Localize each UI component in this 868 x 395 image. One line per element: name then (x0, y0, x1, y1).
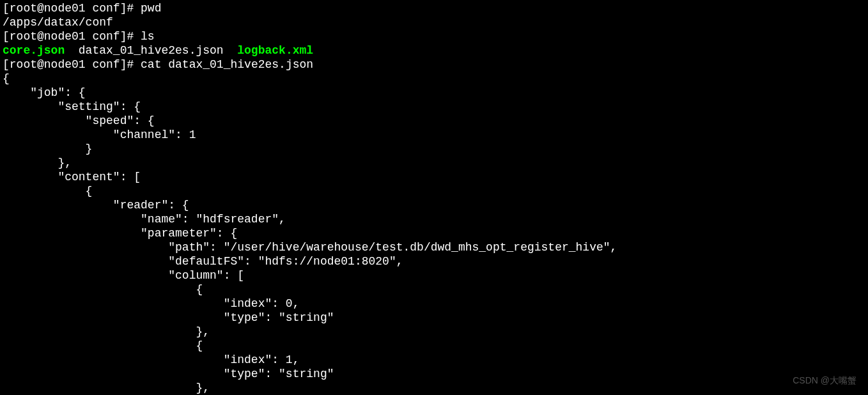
json-output-line: { (3, 72, 865, 86)
json-output-line: }, (3, 381, 865, 395)
shell-prompt: [root@node01 conf]# (3, 30, 141, 43)
json-output-line: "channel": 1 (3, 128, 865, 142)
terminal-line-ls-output: core.json datax_01_hive2es.json logback.… (3, 43, 865, 58)
shell-prompt: [root@node01 conf]# (3, 58, 141, 71)
terminal-line-ls-cmd: [root@node01 conf]# ls (3, 29, 865, 43)
json-output-line: } (3, 142, 865, 156)
json-output-line: { (3, 339, 865, 353)
json-output-line: "job": { (3, 86, 865, 100)
json-output-line: "index": 1, (3, 353, 865, 367)
shell-prompt: [root@node01 conf]# (3, 2, 141, 15)
json-output-line: "content": [ (3, 170, 865, 184)
csdn-watermark: CSDN @大嘴蟹 (793, 373, 856, 387)
json-output-line: "type": "string" (3, 367, 865, 381)
json-output-line: "setting": { (3, 100, 865, 114)
command-text: pwd (141, 2, 161, 15)
json-output-line: { (3, 283, 865, 297)
command-text: cat datax_01_hive2es.json (141, 58, 313, 71)
json-output-line: { (3, 184, 865, 198)
json-output-line: "speed": { (3, 114, 865, 128)
terminal-line-cat-cmd: [root@node01 conf]# cat datax_01_hive2es… (3, 58, 865, 72)
json-output-line: "path": "/user/hive/warehouse/test.db/dw… (3, 240, 865, 254)
json-output-line: }, (3, 156, 865, 170)
json-output-line: "name": "hdfsreader", (3, 212, 865, 226)
json-output-line: }, (3, 325, 865, 339)
json-output-line: "parameter": { (3, 226, 865, 240)
terminal-line-pwd-cmd: [root@node01 conf]# pwd (3, 1, 865, 15)
json-output-line: "column": [ (3, 268, 865, 283)
json-output-line: "reader": { (3, 198, 865, 212)
json-output-line: "type": "string" (3, 311, 865, 325)
json-output-line: "defaultFS": "hdfs://node01:8020", (3, 254, 865, 268)
terminal-line-pwd-output: /apps/datax/conf (3, 15, 865, 29)
file-core-json: core.json (3, 44, 65, 57)
command-text: ls (141, 30, 155, 43)
json-output-line: "index": 0, (3, 297, 865, 311)
file-datax-json: datax_01_hive2es.json (65, 44, 237, 57)
file-logback-xml: logback.xml (237, 44, 313, 57)
